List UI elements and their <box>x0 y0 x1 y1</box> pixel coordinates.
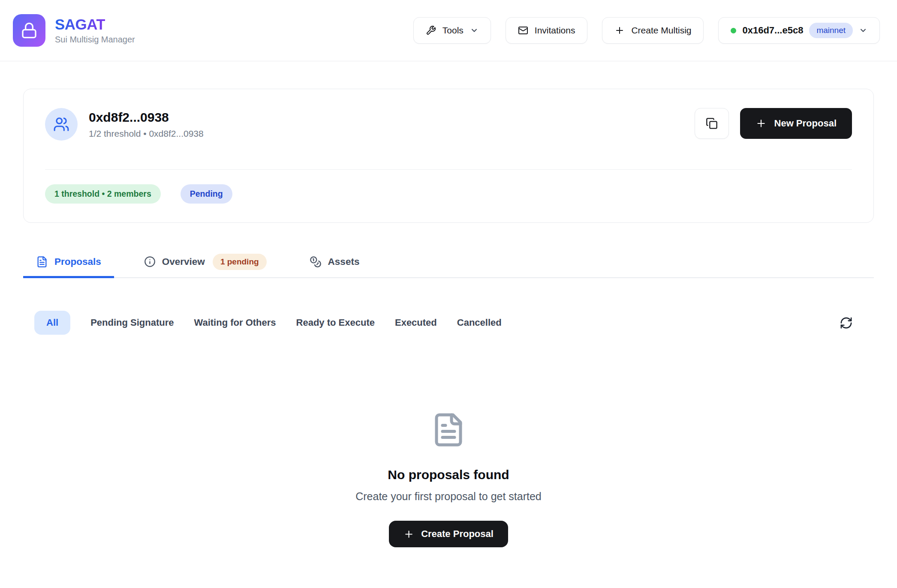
refresh-icon <box>840 316 853 330</box>
app-logo <box>13 14 45 47</box>
header-actions: Tools Invitations Create Multisig 0x16d7… <box>413 17 880 44</box>
users-icon <box>53 116 69 132</box>
filter-waiting-for-others[interactable]: Waiting for Others <box>194 317 276 328</box>
wrench-icon <box>426 25 436 36</box>
plus-icon <box>403 529 414 540</box>
app-subtitle: Sui Multisig Manager <box>55 35 135 45</box>
invitations-button[interactable]: Invitations <box>506 17 588 44</box>
refresh-button[interactable] <box>838 315 855 331</box>
create-multisig-button[interactable]: Create Multisig <box>602 17 704 44</box>
tab-overview-label: Overview <box>162 256 205 267</box>
filter-executed[interactable]: Executed <box>395 317 437 328</box>
tab-proposals[interactable]: Proposals <box>23 247 114 278</box>
multisig-title: 0xd8f2...0938 <box>89 110 204 125</box>
tab-bar: Proposals Overview 1 pending Assets <box>23 247 874 278</box>
empty-state-subtitle: Create your first proposal to get starte… <box>355 490 542 503</box>
create-proposal-label: Create Proposal <box>421 528 494 540</box>
multisig-actions: New Proposal <box>695 108 852 139</box>
brand: SAGAT Sui Multisig Manager <box>13 14 135 47</box>
multisig-titles: 0xd8f2...0938 1/2 threshold • 0xd8f2...0… <box>89 110 204 139</box>
file-text-icon <box>36 256 48 268</box>
app-title: SAGAT <box>55 16 105 33</box>
multisig-identity: 0xd8f2...0938 1/2 threshold • 0xd8f2...0… <box>45 108 204 141</box>
tab-assets[interactable]: Assets <box>297 247 373 278</box>
wallet-account-button[interactable]: 0x16d7...e5c8 mainnet <box>718 17 880 44</box>
status-badge: Pending <box>181 184 232 204</box>
filter-pending-signature[interactable]: Pending Signature <box>90 317 174 328</box>
network-badge: mainnet <box>809 23 853 38</box>
avatar <box>45 108 78 141</box>
coins-icon <box>310 256 322 268</box>
proposal-filters: All Pending Signature Waiting for Others… <box>23 311 874 335</box>
multisig-subtitle: 1/2 threshold • 0xd8f2...0938 <box>89 129 204 139</box>
create-proposal-button[interactable]: Create Proposal <box>389 521 508 547</box>
tab-overview[interactable]: Overview 1 pending <box>131 247 280 278</box>
copy-icon <box>706 117 718 129</box>
info-icon <box>144 256 156 267</box>
file-text-icon <box>430 412 467 448</box>
filter-all[interactable]: All <box>34 311 70 335</box>
plus-icon <box>756 118 767 129</box>
filter-cancelled[interactable]: Cancelled <box>457 317 502 328</box>
tools-button[interactable]: Tools <box>413 17 491 44</box>
wallet-address: 0x16d7...e5c8 <box>742 25 803 36</box>
tab-assets-label: Assets <box>328 256 360 267</box>
empty-state-title: No proposals found <box>388 468 509 482</box>
main-content: 0xd8f2...0938 1/2 threshold • 0xd8f2...0… <box>0 89 897 547</box>
multisig-card: 0xd8f2...0938 1/2 threshold • 0xd8f2...0… <box>23 89 874 223</box>
new-proposal-button[interactable]: New Proposal <box>740 108 852 139</box>
mail-icon <box>518 25 528 36</box>
copy-address-button[interactable] <box>695 108 729 139</box>
connection-status-dot <box>731 28 736 33</box>
invitations-label: Invitations <box>535 25 575 36</box>
plus-icon <box>614 25 625 36</box>
tools-label: Tools <box>442 25 464 36</box>
threshold-members-badge: 1 threshold • 2 members <box>45 184 161 204</box>
card-divider <box>45 169 852 170</box>
create-multisig-label: Create Multisig <box>631 25 691 36</box>
chevron-down-icon <box>859 26 867 35</box>
multisig-card-header: 0xd8f2...0938 1/2 threshold • 0xd8f2...0… <box>45 108 852 141</box>
lock-icon <box>21 22 38 39</box>
brand-text: SAGAT Sui Multisig Manager <box>55 16 135 45</box>
chevron-down-icon <box>470 26 479 35</box>
tab-proposals-label: Proposals <box>54 256 101 267</box>
empty-state: No proposals found Create your first pro… <box>0 412 897 547</box>
app-header: SAGAT Sui Multisig Manager Tools Invitat… <box>0 0 897 61</box>
filter-ready-to-execute[interactable]: Ready to Execute <box>296 317 375 328</box>
new-proposal-label: New Proposal <box>774 118 837 129</box>
pending-count-badge: 1 pending <box>213 254 267 270</box>
multisig-badges: 1 threshold • 2 members Pending <box>45 184 852 204</box>
